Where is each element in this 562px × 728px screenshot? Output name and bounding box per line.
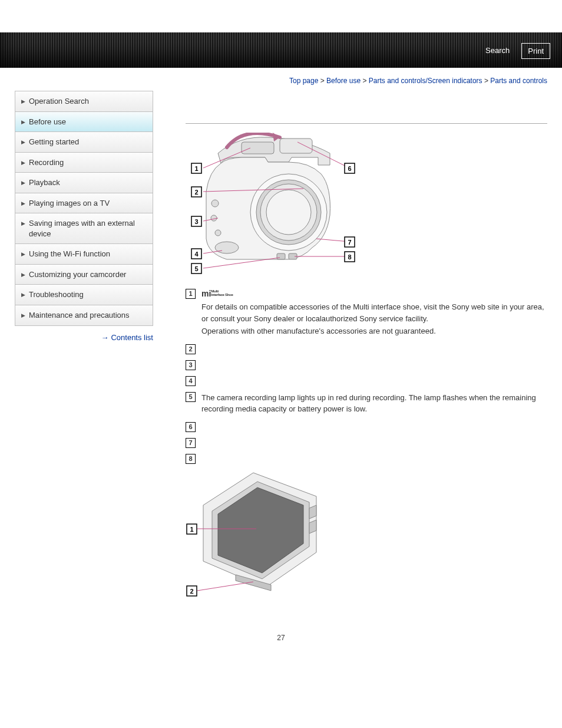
breadcrumb: Top page > Before use > Parts and contro…	[0, 68, 562, 91]
sidebar-item-customizing-camcorder[interactable]: ▶ Customizing your camcorder	[15, 265, 153, 285]
item-5-text: The camera recording lamp lights up in r…	[201, 392, 547, 415]
callout-6: 6	[348, 165, 351, 172]
multi-interface-shoe-logo: miMultiInterface Shoe	[201, 288, 547, 300]
contents-list-link[interactable]: Contents list	[111, 333, 153, 342]
page-number: 27	[0, 634, 562, 642]
parts-item-7: 7	[186, 437, 547, 448]
item-1-text-1: For details on compatible accessories of…	[201, 301, 547, 324]
content-divider	[186, 123, 547, 124]
chevron-right-icon: ▶	[21, 251, 25, 258]
print-button[interactable]: Print	[521, 43, 550, 59]
chevron-right-icon: ▶	[21, 98, 25, 105]
callout-3: 3	[194, 218, 198, 225]
sidebar-item-before-use[interactable]: ▶ Before use	[15, 112, 153, 133]
svg-line-36	[197, 582, 253, 591]
sidebar-item-label: Playback	[29, 177, 60, 188]
breadcrumb-top[interactable]: Top page	[289, 77, 318, 85]
sidebar-item-maintenance-precautions[interactable]: ▶ Maintenance and precautions	[15, 305, 153, 326]
chevron-right-icon: ▶	[21, 118, 25, 126]
sidebar-item-getting-started[interactable]: ▶ Getting started	[15, 132, 153, 153]
callout-5: 5	[194, 265, 198, 272]
camcorder-front-diagram: 1 2 3 4 5 6 7	[186, 133, 547, 276]
item-1-text-2: Operations with other manufacture's acce…	[201, 325, 547, 337]
main-content: 1 2 3 4 5 6 7	[153, 91, 547, 610]
sidebar-item-playback[interactable]: ▶ Playback	[15, 173, 153, 193]
chevron-right-icon: ▶	[21, 159, 25, 166]
item-number-box: 2	[186, 344, 196, 354]
chevron-right-icon: ▶	[21, 200, 25, 207]
callout-lcd-2: 2	[190, 587, 193, 594]
sidebar-item-label: Getting started	[29, 137, 79, 147]
svg-rect-4	[242, 142, 274, 154]
parts-item-5: 5 The camera recording lamp lights up in…	[186, 391, 547, 416]
item-number-box: 4	[186, 376, 196, 386]
breadcrumb-cat2[interactable]: Parts and controls/Screen indicators	[369, 77, 482, 85]
item-number-box: 1	[186, 289, 196, 299]
breadcrumb-sep: >	[362, 77, 366, 85]
callout-2: 2	[194, 189, 198, 196]
parts-item-2: 2	[186, 343, 547, 354]
svg-point-7	[215, 242, 239, 253]
search-button[interactable]: Search	[480, 43, 515, 59]
sidebar-item-label: Troubleshooting	[29, 289, 84, 300]
item-number-box: 5	[186, 392, 196, 402]
sidebar-item-label: Operation Search	[29, 96, 89, 107]
chevron-right-icon: ▶	[21, 291, 25, 298]
breadcrumb-sep: >	[320, 77, 325, 85]
item-number-box: 6	[186, 422, 196, 432]
svg-rect-5	[280, 139, 312, 153]
sidebar-item-label: Maintenance and precautions	[29, 310, 130, 321]
sidebar-item-label: Recording	[29, 157, 64, 168]
parts-item-4: 4	[186, 375, 547, 386]
callout-4: 4	[194, 251, 199, 258]
sidebar-item-label: Playing images on a TV	[29, 198, 110, 209]
chevron-right-icon: ▶	[21, 312, 25, 319]
svg-point-3	[266, 190, 311, 235]
chevron-right-icon: ▶	[21, 139, 25, 146]
parts-item-6: 6	[186, 421, 547, 432]
chevron-right-icon: ▶	[21, 271, 25, 278]
breadcrumb-cat1[interactable]: Before use	[326, 77, 361, 85]
svg-point-9	[211, 215, 217, 221]
callout-1: 1	[194, 165, 198, 172]
header-bar: Search Print	[0, 32, 562, 68]
sidebar-item-playing-images-tv[interactable]: ▶ Playing images on a TV	[15, 193, 153, 214]
item-number-box: 3	[186, 360, 196, 370]
callout-8: 8	[348, 253, 351, 261]
breadcrumb-current[interactable]: Parts and controls	[490, 77, 547, 85]
item-number-box: 7	[186, 438, 196, 448]
sidebar-item-wifi-function[interactable]: ▶ Using the Wi-Fi function	[15, 244, 153, 265]
svg-point-8	[215, 230, 221, 236]
parts-item-1: 1 miMultiInterface Shoe For details on c…	[186, 288, 547, 338]
sidebar-item-saving-images-external[interactable]: ▶ Saving images with an external device	[15, 213, 153, 244]
arrow-right-icon: →	[101, 333, 108, 342]
camcorder-lcd-diagram: 1 2	[186, 470, 547, 598]
svg-rect-11	[277, 253, 285, 259]
callout-lcd-1: 1	[190, 525, 193, 532]
sidebar-item-label: Using the Wi-Fi function	[29, 249, 110, 259]
sidebar-item-label: Customizing your camcorder	[29, 269, 126, 280]
parts-item-8: 8	[186, 453, 547, 464]
sidebar-item-recording[interactable]: ▶ Recording	[15, 153, 153, 173]
chevron-right-icon: ▶	[21, 220, 25, 227]
sidebar-item-operation-search[interactable]: ▶ Operation Search	[15, 91, 153, 112]
callout-7: 7	[348, 239, 351, 246]
sidebar-item-troubleshooting[interactable]: ▶ Troubleshooting	[15, 285, 153, 305]
svg-point-10	[211, 200, 219, 207]
sidebar-item-label: Saving images with an external device	[29, 218, 147, 239]
parts-item-3: 3	[186, 359, 547, 370]
breadcrumb-sep: >	[484, 77, 488, 85]
sidebar-item-label: Before use	[29, 117, 66, 127]
sidebar: ▶ Operation Search ▶ Before use ▶ Gettin…	[15, 91, 153, 610]
chevron-right-icon: ▶	[21, 179, 25, 186]
item-number-box: 8	[186, 454, 196, 464]
